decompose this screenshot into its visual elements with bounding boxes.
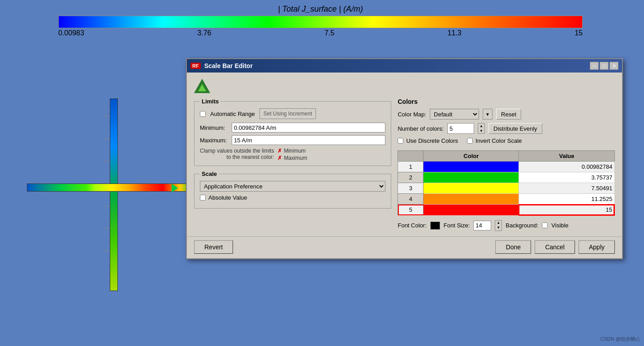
absolute-value-row: Absolute Value — [200, 194, 385, 201]
apply-button[interactable]: Apply — [579, 240, 615, 254]
num-colors-up[interactable]: ▲ — [478, 124, 484, 128]
value-cell-3[interactable] — [519, 183, 614, 194]
row-num-5: 5 — [398, 205, 424, 215]
left-column: Limits Automatic Range Set Using Increme… — [194, 98, 391, 231]
clamp-minimum-label: Minimum — [284, 148, 306, 154]
value-cell-1[interactable] — [519, 162, 614, 172]
color-table: Color Value 12345 — [398, 150, 615, 216]
background-visible-checkbox[interactable] — [542, 222, 548, 228]
maximum-row: Maximum: — [200, 135, 385, 145]
maximum-input[interactable] — [232, 135, 385, 145]
row-num-2: 2 — [398, 172, 424, 183]
value-input-4[interactable] — [521, 196, 612, 202]
value-input-1[interactable] — [521, 163, 612, 170]
reset-button[interactable]: Reset — [496, 109, 521, 120]
color-map-select[interactable]: Default Rainbow — [430, 109, 479, 120]
scale-select[interactable]: Application Preference — [200, 181, 385, 192]
clamp-text-2: to the nearest color: — [200, 154, 274, 160]
rf-badge: RF — [190, 63, 201, 69]
value-cell-2[interactable] — [519, 172, 614, 183]
minimum-input[interactable] — [232, 123, 385, 132]
clamp-maximum-label: Maximum — [284, 155, 307, 161]
color-map-dropdown-btn[interactable]: ▼ — [483, 109, 493, 120]
revert-section: Revert — [194, 240, 492, 254]
done-button[interactable]: Done — [495, 240, 531, 254]
table-row[interactable]: 5 — [398, 205, 614, 215]
tick-4 — [103, 206, 110, 206]
value-cell-4[interactable] — [519, 194, 614, 205]
invert-checkbox[interactable] — [467, 138, 473, 144]
maximum-label: Maximum: — [200, 137, 229, 144]
dialog-titlebar: RF Scale Bar Editor ─ □ ✕ — [187, 59, 622, 73]
scale-bar-editor-dialog: RF Scale Bar Editor ─ □ ✕ Limits — [186, 58, 623, 259]
font-color-swatch[interactable] — [430, 222, 440, 230]
invert-row: Invert Color Scale — [467, 137, 522, 144]
num-colors-down[interactable]: ▼ — [478, 128, 484, 133]
font-row: Font Color: Font Size: ▲ ▼ Background: V… — [398, 220, 615, 231]
color-cell-4[interactable] — [424, 194, 519, 205]
num-colors-row: Number of colors: ▲ ▼ Distribute Evenly — [398, 123, 615, 134]
color-table-body: 12345 — [398, 162, 614, 215]
color-map-row: Color Map: Default Rainbow ▼ Reset — [398, 109, 615, 120]
font-size-label: Font Size: — [444, 222, 470, 229]
color-cell-2[interactable] — [424, 172, 519, 183]
table-row[interactable]: 4 — [398, 194, 614, 205]
close-button[interactable]: ✕ — [609, 62, 618, 70]
clamp-text: Clamp values outside the limits to the n… — [200, 148, 274, 160]
clamp-checks: ✗ Minimum ✗ Maximum — [277, 148, 307, 161]
num-colors-input[interactable] — [447, 123, 474, 134]
visible-label: Visible — [551, 222, 568, 229]
cancel-button[interactable]: Cancel — [535, 240, 575, 254]
clamp-row: Clamp values outside the limits to the n… — [200, 148, 385, 161]
num-colors-spinner[interactable]: ▲ ▼ — [478, 123, 485, 134]
table-row[interactable]: 2 — [398, 172, 614, 183]
color-cell-3[interactable] — [424, 183, 519, 194]
right-arrow-indicator — [172, 184, 178, 192]
colors-header: Colors — [398, 98, 615, 105]
num-colors-label: Number of colors: — [398, 125, 444, 132]
clamp-text-1: Clamp values outside the limits — [200, 148, 274, 154]
row-num-4: 4 — [398, 194, 424, 205]
row-num-3: 3 — [398, 183, 424, 194]
value-cell-5[interactable] — [519, 205, 614, 215]
dialog-footer: Revert Done Cancel Apply — [187, 236, 622, 258]
value-input-3[interactable] — [521, 185, 612, 192]
set-increment-button[interactable]: Set Using Increment — [259, 108, 316, 119]
scale-legend: Scale — [200, 171, 219, 177]
clamp-maximum-item: ✗ Maximum — [277, 155, 307, 161]
minimize-button[interactable]: ─ — [590, 62, 599, 70]
auto-range-row: Automatic Range Set Using Increment — [200, 108, 385, 119]
two-column-layout: Limits Automatic Range Set Using Increme… — [194, 98, 615, 231]
table-row[interactable]: 1 — [398, 162, 614, 172]
limits-group: Limits Automatic Range Set Using Increme… — [194, 98, 391, 166]
tick-5 — [103, 228, 110, 229]
automatic-range-checkbox[interactable] — [200, 111, 206, 117]
dialog-body: Limits Automatic Range Set Using Increme… — [187, 73, 622, 236]
font-size-input[interactable] — [473, 221, 491, 231]
font-size-up[interactable]: ▲ — [495, 221, 501, 226]
scale-dropdown-row: Application Preference — [200, 181, 385, 192]
font-color-label: Font Color: — [398, 222, 426, 229]
clamp-minimum-item: ✗ Minimum — [277, 148, 307, 154]
maximize-button[interactable]: □ — [600, 62, 609, 70]
scale-label-2: 7.5 — [324, 29, 334, 37]
dialog-controls[interactable]: ─ □ ✕ — [590, 62, 618, 70]
color-cell-5[interactable] — [424, 205, 519, 215]
use-discrete-checkbox[interactable] — [398, 138, 403, 144]
table-row[interactable]: 3 — [398, 183, 614, 194]
clamp-section: Clamp values outside the limits to the n… — [200, 148, 385, 161]
clamp-minimum-icon: ✗ — [277, 148, 282, 154]
table-header-row: Color Value — [398, 151, 614, 162]
font-size-down[interactable]: ▼ — [495, 226, 501, 231]
background-label: Background: — [506, 222, 538, 229]
revert-button[interactable]: Revert — [194, 240, 233, 254]
table-header-color: Color — [424, 151, 519, 162]
absolute-value-checkbox[interactable] — [200, 195, 206, 201]
dialog-title: Scale Bar Editor — [204, 62, 253, 69]
value-input-2[interactable] — [521, 174, 612, 181]
distribute-evenly-button[interactable]: Distribute Evenly — [488, 123, 542, 134]
color-cell-1[interactable] — [424, 162, 519, 172]
value-input-5[interactable] — [521, 206, 612, 213]
font-size-spinner[interactable]: ▲ ▼ — [495, 220, 502, 231]
scale-bar-container: | Total J_surface | (A/m) 0.00983 3.76 7… — [58, 4, 583, 37]
